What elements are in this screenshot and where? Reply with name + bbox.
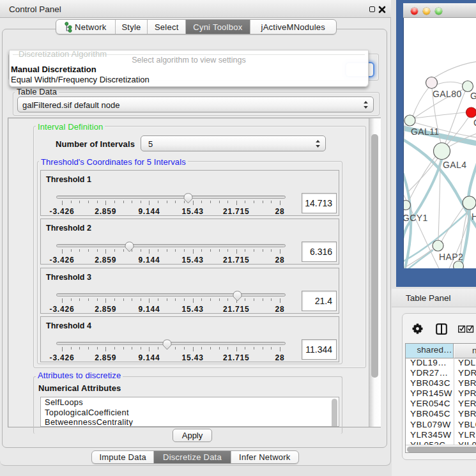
svg-text:GAL4: GAL4 — [443, 160, 466, 170]
svg-text:GAL80: GAL80 — [433, 89, 462, 99]
svg-text:GCY1: GCY1 — [404, 213, 428, 223]
svg-text:HAP2: HAP2 — [439, 252, 463, 262]
svg-text:GAL11: GAL11 — [411, 127, 440, 137]
svg-text:H: H — [472, 211, 476, 222]
svg-text:G: G — [470, 91, 476, 101]
svg-text:C: C — [473, 118, 476, 128]
